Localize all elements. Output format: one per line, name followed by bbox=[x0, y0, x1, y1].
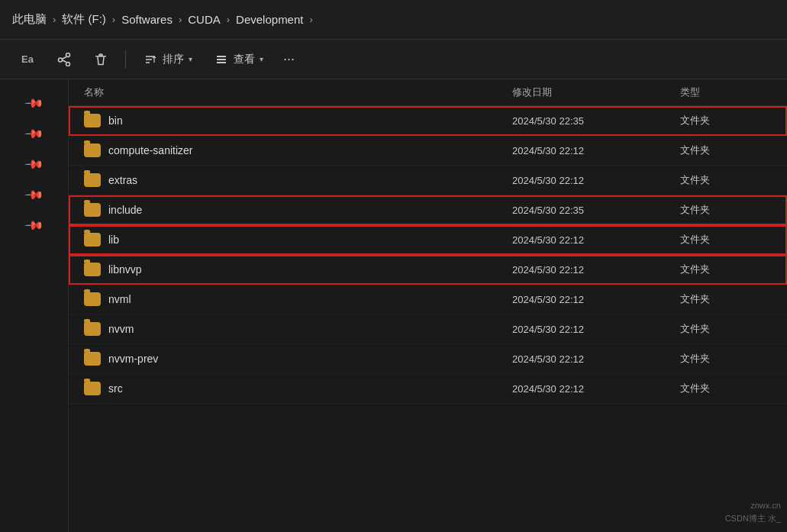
view-chevron: ▾ bbox=[260, 55, 263, 63]
col-modified: 修改日期 bbox=[512, 85, 680, 99]
svg-rect-8 bbox=[217, 56, 226, 57]
svg-line-1 bbox=[62, 60, 66, 62]
file-type-label: 文件夹 bbox=[680, 143, 772, 157]
file-type-label: 文件夹 bbox=[680, 233, 772, 247]
table-row[interactable]: lib2024/5/30 22:12文件夹 bbox=[69, 225, 787, 255]
col-type: 类型 bbox=[680, 85, 772, 99]
folder-icon bbox=[84, 292, 101, 306]
folder-icon bbox=[84, 173, 101, 187]
sidebar-pin-5[interactable]: 📌 bbox=[26, 217, 43, 234]
file-type-label: 文件夹 bbox=[680, 292, 772, 306]
delete-button[interactable] bbox=[85, 47, 116, 72]
file-name-label: src bbox=[108, 382, 123, 395]
file-name-label: extras bbox=[108, 174, 137, 186]
file-list: bin2024/5/30 22:35文件夹compute-sanitizer20… bbox=[69, 106, 787, 532]
file-name-cell: nvvm bbox=[84, 322, 512, 336]
table-row[interactable]: nvml2024/5/30 22:12文件夹 bbox=[69, 285, 787, 314]
ai-button[interactable]: Ea bbox=[12, 47, 43, 72]
toolbar: Ea bbox=[0, 40, 787, 79]
share-icon bbox=[56, 52, 72, 67]
folder-icon bbox=[84, 322, 101, 336]
breadcrumb-thispc[interactable]: 此电脑 bbox=[12, 12, 47, 27]
sidebar-pin-3[interactable]: 📌 bbox=[26, 156, 43, 172]
breadcrumb-softwares[interactable]: Softwares bbox=[121, 13, 173, 26]
ai-icon: Ea bbox=[20, 52, 35, 67]
file-name-label: nvvm-prev bbox=[108, 353, 158, 365]
folder-icon bbox=[84, 263, 101, 276]
file-date-label: 2024/5/30 22:12 bbox=[512, 234, 680, 246]
file-name-cell: src bbox=[84, 382, 512, 395]
table-row[interactable]: include2024/5/30 22:35文件夹 bbox=[69, 195, 787, 225]
file-type-label: 文件夹 bbox=[680, 322, 772, 336]
file-date-label: 2024/5/30 22:12 bbox=[512, 353, 680, 365]
file-name-cell: extras bbox=[84, 173, 512, 187]
svg-line-0 bbox=[62, 56, 66, 59]
file-area: 名称 修改日期 类型 bin2024/5/30 22:35文件夹compute-… bbox=[69, 79, 787, 532]
file-type-label: 文件夹 bbox=[680, 203, 772, 217]
svg-rect-3 bbox=[99, 54, 102, 56]
pin-icon-1: 📌 bbox=[24, 92, 45, 114]
file-type-label: 文件夹 bbox=[680, 263, 772, 276]
view-icon bbox=[214, 52, 229, 67]
pin-icon-3: 📌 bbox=[24, 153, 45, 175]
file-name-cell: bin bbox=[84, 114, 512, 127]
file-name-label: nvml bbox=[108, 293, 131, 305]
table-row[interactable]: extras2024/5/30 22:12文件夹 bbox=[69, 166, 787, 195]
sort-chevron: ▾ bbox=[189, 55, 192, 63]
col-name: 名称 bbox=[84, 85, 512, 99]
pin-icon-5: 📌 bbox=[24, 214, 45, 236]
file-name-label: include bbox=[108, 204, 142, 216]
view-button[interactable]: 查看 ▾ bbox=[206, 47, 271, 72]
file-name-cell: nvvm-prev bbox=[84, 352, 512, 366]
delete-icon bbox=[93, 52, 108, 67]
sep-3: › bbox=[227, 14, 230, 25]
folder-icon bbox=[84, 114, 101, 127]
breadcrumb-cuda[interactable]: CUDA bbox=[188, 13, 221, 26]
table-row[interactable]: src2024/5/30 22:12文件夹 bbox=[69, 374, 787, 404]
toolbar-divider-1 bbox=[125, 50, 126, 69]
file-type-label: 文件夹 bbox=[680, 173, 772, 187]
folder-icon bbox=[84, 382, 101, 395]
pin-icon-2: 📌 bbox=[24, 123, 45, 144]
sort-icon bbox=[143, 52, 158, 67]
file-name-label: nvvm bbox=[108, 323, 134, 335]
file-date-label: 2024/5/30 22:35 bbox=[512, 115, 680, 127]
sidebar-pin-4[interactable]: 📌 bbox=[26, 186, 43, 203]
column-header: 名称 修改日期 类型 bbox=[69, 79, 787, 106]
share-button[interactable] bbox=[49, 47, 79, 72]
sidebar: 📌 📌 📌 📌 📌 bbox=[0, 79, 69, 532]
file-type-label: 文件夹 bbox=[680, 352, 772, 366]
file-name-label: libnvvp bbox=[108, 263, 142, 276]
pin-icon-4: 📌 bbox=[24, 184, 45, 205]
folder-icon bbox=[84, 352, 101, 366]
svg-rect-9 bbox=[217, 59, 226, 60]
sidebar-pin-2[interactable]: 📌 bbox=[26, 125, 43, 142]
file-type-label: 文件夹 bbox=[680, 382, 772, 395]
file-date-label: 2024/5/30 22:12 bbox=[512, 264, 680, 276]
address-bar: 此电脑 › 软件 (F:) › Softwares › CUDA › Devel… bbox=[0, 0, 787, 40]
table-row[interactable]: nvvm-prev2024/5/30 22:12文件夹 bbox=[69, 344, 787, 374]
file-name-cell: include bbox=[84, 203, 512, 217]
file-date-label: 2024/5/30 22:35 bbox=[512, 205, 680, 216]
breadcrumb-development[interactable]: Development bbox=[236, 13, 303, 26]
svg-rect-10 bbox=[217, 62, 226, 63]
file-date-label: 2024/5/30 22:12 bbox=[512, 175, 680, 186]
table-row[interactable]: bin2024/5/30 22:35文件夹 bbox=[69, 106, 787, 136]
file-date-label: 2024/5/30 22:12 bbox=[512, 294, 680, 305]
file-name-label: bin bbox=[108, 114, 123, 127]
file-date-label: 2024/5/30 22:12 bbox=[512, 145, 680, 156]
sep-1: › bbox=[112, 14, 115, 25]
table-row[interactable]: libnvvp2024/5/30 22:12文件夹 bbox=[69, 255, 787, 285]
file-name-label: compute-sanitizer bbox=[108, 144, 193, 156]
sep-2: › bbox=[179, 14, 182, 25]
breadcrumb-drive[interactable]: 软件 (F:) bbox=[62, 12, 106, 27]
more-button[interactable]: ··· bbox=[277, 48, 301, 70]
file-name-label: lib bbox=[108, 234, 119, 246]
table-row[interactable]: nvvm2024/5/30 22:12文件夹 bbox=[69, 314, 787, 344]
table-row[interactable]: compute-sanitizer2024/5/30 22:12文件夹 bbox=[69, 136, 787, 166]
folder-icon bbox=[84, 233, 101, 247]
sidebar-pin-1[interactable]: 📌 bbox=[26, 95, 43, 111]
sep-4: › bbox=[309, 14, 312, 25]
sort-button[interactable]: 排序 ▾ bbox=[135, 47, 200, 72]
file-type-label: 文件夹 bbox=[680, 114, 772, 127]
